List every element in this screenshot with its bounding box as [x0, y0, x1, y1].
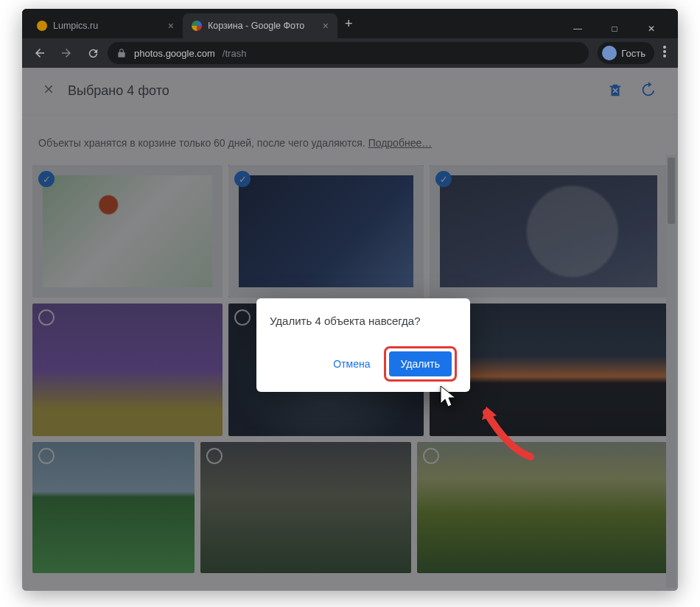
annotation-highlight: Удалить: [384, 346, 457, 382]
chrome-dim: [22, 9, 678, 68]
dialog-actions: Отмена Удалить: [270, 346, 457, 382]
confirm-delete-dialog: Удалить 4 объекта навсегда? Отмена Удали…: [256, 298, 470, 392]
delete-confirm-button[interactable]: Удалить: [389, 351, 452, 376]
cancel-button[interactable]: Отмена: [330, 352, 373, 376]
browser-window: Lumpics.ru × Корзина - Google Фото × + —…: [22, 9, 678, 591]
dialog-title: Удалить 4 объекта навсегда?: [270, 315, 457, 327]
